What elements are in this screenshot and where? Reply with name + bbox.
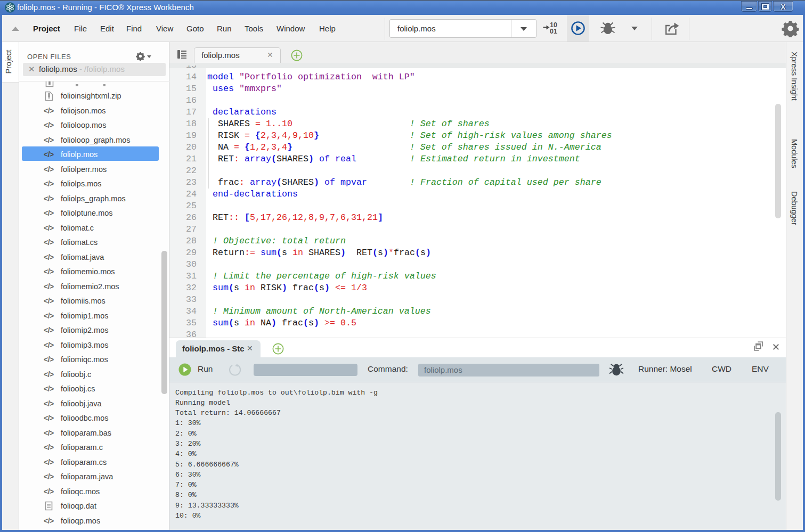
svg-text:01: 01: [550, 28, 557, 35]
